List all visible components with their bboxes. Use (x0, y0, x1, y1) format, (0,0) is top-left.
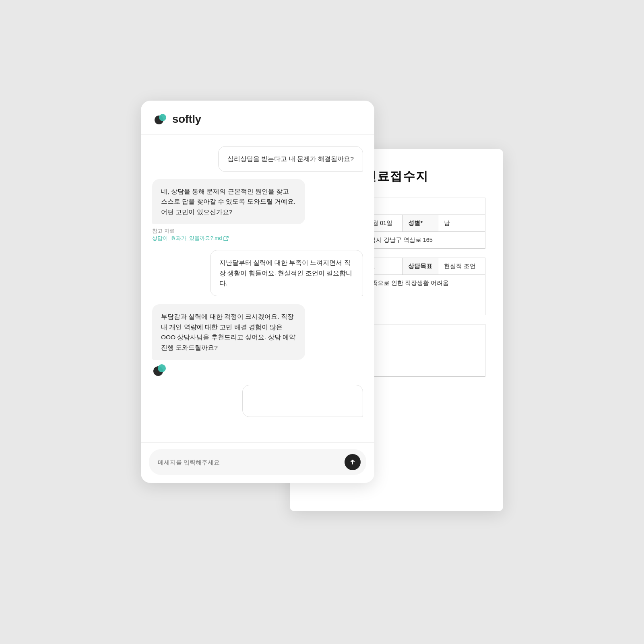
goal-label: 상담목표 (402, 258, 438, 275)
svg-point-1 (159, 114, 166, 121)
message-user-2: 지난달부터 실력에 대한 부족이 느껴지면서 직장 생활이 힘들어요. 현실적인… (152, 250, 363, 296)
logo-text: softly (172, 113, 201, 126)
chat-window: softly 심리상담을 받는다고 내 문제가 해결될까요? 네, 상담을 통해… (141, 101, 374, 483)
message-bot-2: 부담감과 실력에 대한 걱정이 크시겠어요. 직장 내 개인 역량에 대한 고민… (152, 303, 363, 378)
reference-label: 참고 자료 (152, 228, 175, 234)
goal-value: 현실적 조언 (438, 258, 485, 275)
message-input[interactable] (158, 459, 341, 466)
chat-messages: 심리상담을 받는다고 내 문제가 해결될까요? 네, 상담을 통해 문제의 근본… (141, 135, 374, 442)
bubble-bot-2: 부담감과 실력에 대한 걱정이 크시겠어요. 직장 내 개인 역량에 대한 고민… (152, 304, 305, 360)
chat-input-box (149, 449, 366, 475)
reference-section: 참고 자료 상담이_효과가_있을까요?.md (152, 227, 229, 242)
chat-header: softly (141, 101, 374, 135)
external-link-icon (223, 235, 229, 241)
bot-avatar-icon (152, 362, 167, 377)
gender-value: 남 (438, 215, 485, 232)
svg-point-3 (158, 364, 166, 372)
message-user-1: 심리상담을 받는다고 내 문제가 해결될까요? (152, 146, 363, 172)
bot-avatar-row-2: 부담감과 실력에 대한 걱정이 크시겠어요. 직장 내 개인 역량에 대한 고민… (152, 304, 305, 360)
bubble-user-2: 지난달부터 실력에 대한 부족이 느껴지면서 직장 생활이 힘들어요. 현실적인… (210, 250, 363, 296)
reference-file: 상담이_효과가_있을까요?.md (152, 235, 222, 242)
gender-label: 성별* (402, 215, 438, 232)
logo-icon (154, 112, 168, 126)
message-bot-1: 네, 상담을 통해 문제의 근본적인 원인을 찾고 스스로 답을 찾아갈 수 있… (152, 179, 363, 243)
blank-message-area (152, 385, 363, 417)
bubble-bot-1: 네, 상담을 통해 문제의 근본적인 원인을 찾고 스스로 답을 찾아갈 수 있… (152, 179, 305, 225)
send-icon (349, 458, 356, 466)
blank-bubble (242, 385, 363, 417)
send-button[interactable] (345, 454, 361, 470)
chat-input-area (141, 442, 374, 483)
reference-link[interactable]: 상담이_효과가_있을까요?.md (152, 235, 229, 242)
bubble-user-1: 심리상담을 받는다고 내 문제가 해결될까요? (218, 146, 363, 172)
